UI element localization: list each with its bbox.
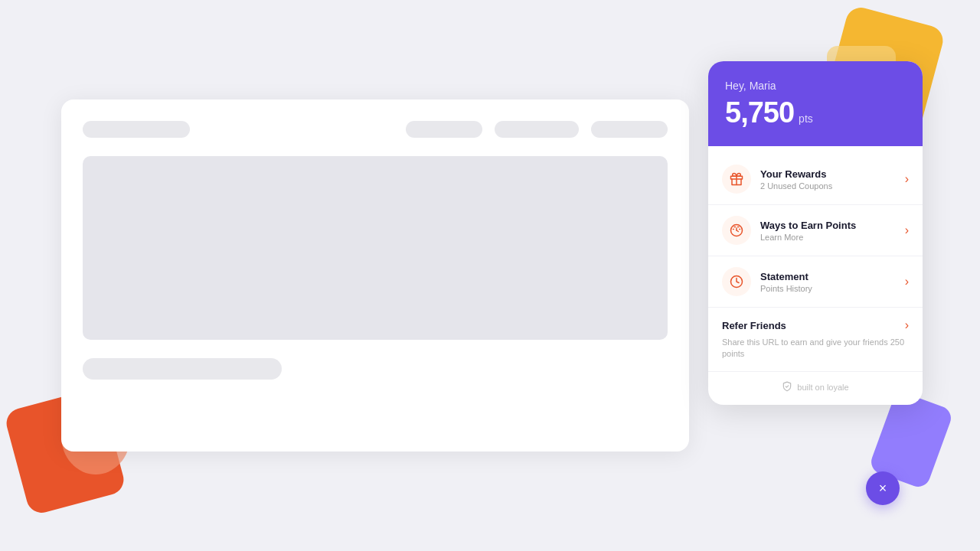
rewards-points-number: 5,750 xyxy=(725,96,794,129)
browser-pill-nav3 xyxy=(591,121,668,138)
rewards-pts-label: pts xyxy=(799,112,813,125)
browser-pill-nav1 xyxy=(406,121,482,138)
rewards-item-statement[interactable]: Statement Points History › xyxy=(708,256,923,308)
statement-text: Statement Points History xyxy=(760,271,900,293)
browser-pill-nav2 xyxy=(495,121,579,138)
rewards-item-refer-friends[interactable]: Refer Friends › Share this URL to earn a… xyxy=(708,308,923,372)
rewards-header: Hey, Maria 5,750 pts xyxy=(708,61,923,146)
refer-description: Share this URL to earn and give your fri… xyxy=(722,337,909,360)
your-rewards-text: Your Rewards 2 Unused Coupons xyxy=(760,168,900,191)
rewards-item-ways-to-earn[interactable]: Ways to Earn Points Learn More › xyxy=(708,205,923,256)
statement-title: Statement xyxy=(760,271,900,282)
rewards-points-row: 5,750 pts xyxy=(725,96,906,129)
footer-text: built on loyale xyxy=(797,383,848,392)
your-rewards-sub: 2 Unused Coupons xyxy=(760,181,900,191)
refer-title: Refer Friends xyxy=(722,320,786,331)
statement-icon xyxy=(722,267,751,296)
ways-to-earn-text: Ways to Earn Points Learn More xyxy=(760,220,900,242)
your-rewards-chevron: › xyxy=(905,172,909,186)
browser-bar xyxy=(83,121,668,138)
ways-to-earn-title: Ways to Earn Points xyxy=(760,220,900,231)
loyale-shield-icon xyxy=(782,381,792,394)
statement-chevron: › xyxy=(905,275,909,289)
rewards-greeting: Hey, Maria xyxy=(725,80,906,92)
rewards-footer: built on loyale xyxy=(708,372,923,405)
close-icon: × xyxy=(879,481,887,497)
statement-sub: Points History xyxy=(760,284,900,293)
your-rewards-title: Your Rewards xyxy=(760,168,900,180)
browser-pill-logo xyxy=(83,121,190,138)
refer-chevron: › xyxy=(905,318,909,332)
browser-bottom-pill xyxy=(83,358,282,380)
ways-to-earn-chevron: › xyxy=(905,223,909,237)
browser-mock xyxy=(61,99,689,452)
rewards-panel: Hey, Maria 5,750 pts Your Rewards 2 Unus… xyxy=(708,61,923,405)
close-button[interactable]: × xyxy=(866,471,900,505)
rewards-menu: Your Rewards 2 Unused Coupons › Ways to … xyxy=(708,146,923,372)
ways-to-earn-sub: Learn More xyxy=(760,233,900,242)
refer-header-row: Refer Friends › xyxy=(722,318,909,332)
svg-line-4 xyxy=(737,230,738,232)
earn-icon xyxy=(722,216,751,245)
browser-content-area xyxy=(83,156,668,340)
gift-icon xyxy=(722,165,751,194)
rewards-item-your-rewards[interactable]: Your Rewards 2 Unused Coupons › xyxy=(708,154,923,205)
